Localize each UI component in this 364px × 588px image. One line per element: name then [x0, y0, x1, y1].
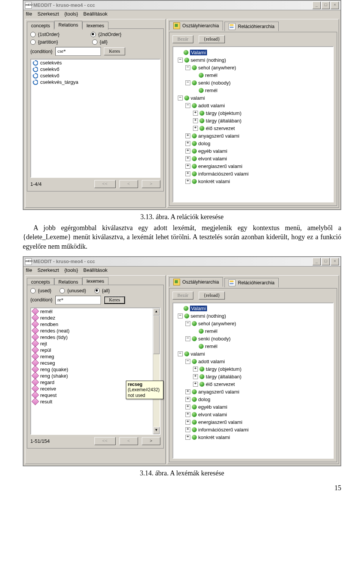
list-item[interactable]: rendes (neat)	[31, 328, 160, 334]
list-item[interactable]: cselekvő	[31, 72, 160, 79]
tree-node[interactable]: −semmi (nothing)	[175, 312, 331, 320]
reload-button[interactable]: {reload}	[199, 292, 225, 299]
tree-node[interactable]: −sehol (anywhere)	[175, 64, 331, 71]
tree-node[interactable]: remél	[175, 86, 331, 94]
scrollbar[interactable]: ▲ ▼	[153, 308, 160, 434]
tree-node[interactable]: remél	[175, 71, 331, 79]
list-item[interactable]: remél	[31, 308, 160, 315]
expand-icon[interactable]: +	[185, 405, 190, 409]
collapse-icon[interactable]: −	[178, 314, 183, 318]
list-item[interactable]: rendes (tidy)	[31, 334, 160, 340]
menu-szerkeszt[interactable]: Szerkeszt	[38, 11, 59, 17]
tree-node[interactable]: +egyéb valami	[175, 403, 331, 411]
list-item[interactable]: cselekvő	[31, 66, 160, 72]
list-item[interactable]: recseg	[31, 360, 160, 366]
tree-node[interactable]: +tárgy (objektum)	[175, 365, 331, 373]
tree-node[interactable]: −adott valami	[175, 102, 331, 109]
class-hierarchy-tree[interactable]: Valami−semmi (nothing)−sehol (anywhere)r…	[173, 46, 334, 202]
radio-unused[interactable]: {unused}	[60, 288, 86, 293]
menu-file[interactable]: file	[26, 267, 32, 273]
menu-tools[interactable]: {tools}	[64, 11, 78, 17]
tab-concepts[interactable]: concepts	[27, 22, 54, 30]
collapse-icon[interactable]: −	[185, 103, 190, 108]
tree-node[interactable]: remél	[175, 343, 331, 350]
maximize-button[interactable]: □	[322, 2, 330, 9]
list-item[interactable]: rejt	[31, 340, 160, 347]
list-item[interactable]: remeg	[31, 353, 160, 360]
pager-prev-all-button[interactable]: <<	[94, 180, 116, 188]
tree-node[interactable]: −semmi (nothing)	[175, 56, 331, 64]
list-item[interactable]: result	[31, 398, 160, 405]
expand-icon[interactable]: +	[193, 111, 198, 116]
expand-icon[interactable]: +	[185, 141, 190, 146]
menu-tools[interactable]: {tools}	[64, 267, 78, 273]
results-list[interactable]: cselekvéscselekvőcselekvőcselekvés_tárgy…	[30, 59, 160, 178]
reload-button[interactable]: {reload}	[199, 35, 225, 43]
scroll-down-icon[interactable]: ▼	[153, 427, 160, 434]
expand-icon[interactable]: +	[185, 420, 190, 425]
list-item[interactable]: rendez	[31, 315, 160, 321]
tree-node[interactable]: −senki (nobody)	[175, 335, 331, 343]
expand-icon[interactable]: +	[185, 171, 190, 176]
expand-icon[interactable]: +	[185, 397, 190, 402]
collapse-icon[interactable]: −	[185, 359, 190, 364]
pager-prev-button[interactable]: <	[119, 437, 138, 445]
expand-icon[interactable]: +	[185, 164, 190, 169]
menu-file[interactable]: file	[26, 11, 32, 17]
pager-next-button[interactable]: >	[142, 437, 160, 445]
radio-all[interactable]: {all}	[94, 288, 110, 293]
list-item[interactable]: repül	[31, 347, 160, 353]
condition-input[interactable]	[55, 296, 101, 304]
tree-node[interactable]: +energiaszerű valami	[175, 162, 331, 170]
tree-node[interactable]: +elvont valami	[175, 155, 331, 162]
tree-node[interactable]: +egyéb valami	[175, 147, 331, 155]
expand-icon[interactable]: +	[185, 435, 190, 440]
close-panel-button[interactable]: Bezár	[173, 292, 193, 299]
tab-lexemes[interactable]: lexemes	[82, 22, 108, 30]
radio-used[interactable]: {used}	[30, 288, 51, 293]
scroll-up-icon[interactable]: ▲	[153, 308, 160, 315]
condition-input[interactable]	[55, 47, 101, 56]
expand-icon[interactable]: +	[185, 133, 190, 138]
tree-node[interactable]: +dolog	[175, 396, 331, 403]
radio-2ndorder[interactable]: {2ndOrder}	[91, 32, 121, 37]
expand-icon[interactable]: +	[193, 367, 198, 372]
expand-icon[interactable]: +	[185, 412, 190, 417]
tree-node[interactable]: remél	[175, 328, 331, 335]
list-item[interactable]: cselekvés_tárgya	[31, 79, 160, 85]
tree-node[interactable]: −valami	[175, 350, 331, 358]
expand-icon[interactable]: +	[185, 427, 190, 432]
pager-prev-button[interactable]: <	[119, 180, 138, 188]
radio-1storder[interactable]: {1stOrder}	[30, 32, 60, 37]
results-list[interactable]: ▲ ▼ remélrendezrendbenrendes (neat)rende…	[30, 307, 160, 435]
tab-relaciohierarchia[interactable]: Relációhierarchia	[224, 278, 279, 287]
expand-icon[interactable]: +	[193, 126, 198, 131]
tab-osztalyhierarchia[interactable]: Osztályhierarchia	[169, 21, 223, 30]
maximize-button[interactable]: □	[322, 258, 330, 265]
scroll-thumb[interactable]	[153, 315, 160, 354]
list-item[interactable]: cselekvés	[31, 60, 160, 66]
class-hierarchy-tree[interactable]: Valami−semmi (nothing)−sehol (anywhere)r…	[173, 303, 334, 459]
tree-node[interactable]: +energiaszerű valami	[175, 419, 331, 426]
tree-node[interactable]: −sehol (anywhere)	[175, 320, 331, 328]
expand-icon[interactable]: +	[185, 156, 190, 161]
close-button[interactable]: ×	[331, 258, 339, 265]
menu-beallitasok[interactable]: Beállítások	[83, 267, 108, 273]
close-panel-button[interactable]: Bezár	[173, 35, 193, 43]
menu-beallitasok[interactable]: Beállítások	[83, 11, 108, 17]
tab-relations[interactable]: Relations	[54, 21, 82, 29]
list-item[interactable]: reng (quake)	[31, 366, 160, 373]
tree-node[interactable]: +konkrét valami	[175, 434, 331, 441]
collapse-icon[interactable]: −	[185, 321, 190, 326]
tree-node[interactable]: +elvont valami	[175, 411, 331, 419]
radio-all[interactable]: {all}	[92, 39, 108, 45]
tree-node[interactable]: +tárgy (általában)	[175, 117, 331, 124]
search-button[interactable]: Keres	[104, 47, 125, 55]
collapse-icon[interactable]: −	[178, 96, 183, 100]
tree-node[interactable]: +élő szervezet	[175, 124, 331, 132]
tree-node[interactable]: Valami	[175, 49, 331, 56]
list-item[interactable]: rendben	[31, 321, 160, 328]
search-button[interactable]: Keres	[104, 296, 125, 304]
expand-icon[interactable]: +	[185, 179, 190, 184]
pager-prev-all-button[interactable]: <<	[94, 437, 116, 445]
